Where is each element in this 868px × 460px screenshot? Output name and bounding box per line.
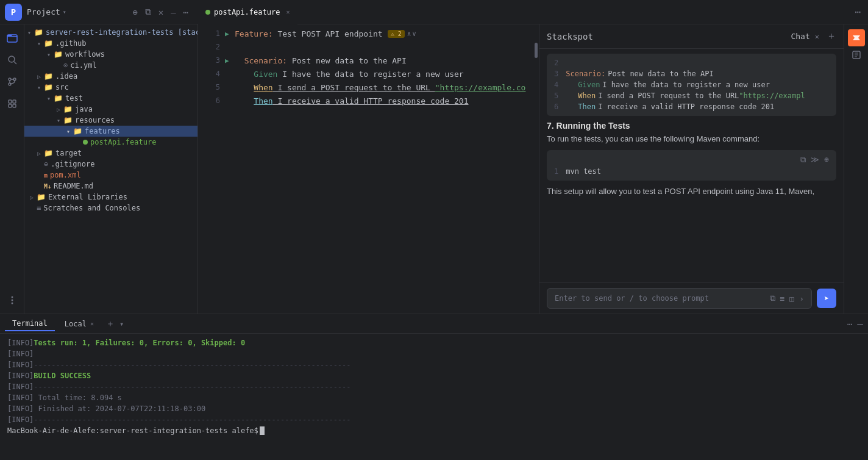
tree-root[interactable]: ▾ 📁 server-rest-integration-tests [stack… — [24, 27, 197, 38]
tree-item-readme[interactable]: ▷ M↓ README.md — [24, 181, 197, 192]
idea-label: .idea — [55, 72, 77, 81]
line-num-5: 5 — [203, 83, 220, 92]
mvn-line-num: 1 — [554, 167, 558, 176]
tree-item-idea[interactable]: ▷ 📁 .idea — [24, 71, 197, 82]
terminal-dropdown[interactable]: ▾ — [119, 320, 124, 328]
test-folder-icon: 📁 — [54, 94, 63, 102]
local-tab-close[interactable]: ✕ — [90, 320, 94, 327]
input-placeholder[interactable]: Enter to send or / to choose prompt — [555, 294, 770, 303]
tree-item-workflows[interactable]: ▾ 📁 workflows — [24, 49, 197, 60]
chat-close-icon[interactable]: ✕ — [815, 32, 819, 41]
github-label: .github — [55, 39, 87, 48]
tree-item-java[interactable]: ▷ 📁 java — [24, 104, 197, 115]
tab-overflow-menu[interactable]: ⋯ — [847, 6, 868, 18]
sidebar-icon-git[interactable] — [4, 73, 21, 90]
input-layers-icon[interactable]: ◫ — [789, 294, 794, 303]
more-icon[interactable]: ⋯ — [183, 7, 188, 17]
scratches-icon: ≡ — [37, 204, 41, 212]
expand-code-icon[interactable]: ≫ — [811, 155, 819, 165]
file-tree-panel: ▾ 📁 server-rest-integration-tests [stack… — [24, 24, 198, 314]
sidebar-icon-folder[interactable] — [4, 29, 21, 46]
feature-dot — [205, 10, 210, 15]
main-content: ▾ 📁 server-rest-integration-tests [stack… — [0, 24, 868, 314]
terminal-tab-local[interactable]: Local ✕ — [57, 317, 101, 331]
tree-item-github[interactable]: ▾ 📁 .github — [24, 38, 197, 49]
warning-badge: ⚠ 2 — [388, 30, 405, 38]
java-label: java — [75, 105, 93, 113]
terminal-minimize-icon[interactable]: — — [857, 318, 863, 329]
tree-item-scratches[interactable]: ▷ ≡ Scratches and Consoles — [24, 203, 197, 214]
sidebar-icon-search[interactable] — [4, 51, 21, 68]
expand-icon[interactable]: ⧉ — [145, 7, 151, 17]
stackspot-brand-icon[interactable] — [848, 29, 865, 46]
fold-arrow[interactable]: ∧ — [407, 30, 411, 38]
chat-tab[interactable]: Chat ✕ — [791, 29, 819, 43]
tree-item-pom[interactable]: ▷ m pom.xml — [24, 170, 197, 181]
tree-item-target[interactable]: ▷ 📁 target — [24, 148, 197, 159]
scratches-label: Scratches and Consoles — [43, 204, 140, 212]
code-text-4: Given I have the data to register a new … — [235, 70, 464, 79]
code-text-5: When I send a POST request to the URL "h… — [235, 83, 525, 92]
terminal-add-tab[interactable]: ＋ — [104, 318, 117, 329]
tree-item-resources[interactable]: ▾ 📁 resources — [24, 115, 197, 126]
terminal-tab-main[interactable]: Terminal — [5, 317, 55, 331]
editor-panel: 1 ▶ Feature: Test POST API endpoint ⚠ 2 … — [198, 24, 539, 314]
terminal-line-3: [INFO] ---------------------------------… — [7, 359, 861, 370]
terminal-line-9: MacBook-Air-de-Alefe:server-rest-integra… — [7, 425, 861, 436]
tree-item-gitignore[interactable]: ▷ ⊖ .gitignore — [24, 159, 197, 170]
right-sidebar-icon-2[interactable] — [848, 46, 865, 63]
code-text-3: Scenario: Post new data to the API — [235, 56, 407, 65]
tree-item-postapi[interactable]: ▷ postApi.feature — [24, 137, 197, 148]
run-btn-3[interactable]: ▶ — [225, 57, 235, 65]
sidebar-icon-plugin[interactable] — [4, 95, 21, 112]
tab-close-icon[interactable]: ✕ — [286, 9, 290, 15]
close-icon[interactable]: ✕ — [158, 7, 163, 17]
expand-arrow[interactable]: ∨ — [412, 30, 416, 38]
project-name[interactable]: Project ▾ — [27, 7, 66, 16]
tree-item-external-libs[interactable]: ▷ 📁 External Libraries — [24, 192, 197, 203]
when-url: "https://exampl — [739, 92, 805, 100]
code-line-3: 3 ▶ Scenario: Post new data to the API — [198, 54, 539, 67]
sync-icon[interactable]: ⊕ — [132, 7, 137, 17]
top-bar-icons: ⊕ ⧉ ✕ — ⋯ — [132, 7, 193, 17]
running-tests-heading: 7. Running the Tests — [547, 121, 836, 131]
target-label: target — [55, 149, 82, 157]
input-list-icon[interactable]: ≡ — [780, 294, 785, 303]
editor-content[interactable]: 1 ▶ Feature: Test POST API endpoint ⚠ 2 … — [198, 24, 539, 314]
line-num-3: 3 — [203, 56, 220, 65]
root-folder-icon: 📁 — [34, 28, 43, 37]
svg-rect-10 — [9, 104, 12, 107]
resources-label: resources — [75, 116, 115, 124]
tab-postapi[interactable]: postApi.feature ✕ — [198, 0, 297, 24]
editor-scrollbar[interactable] — [535, 43, 538, 58]
terminal-line-5: [INFO] ---------------------------------… — [7, 381, 861, 392]
terminal-more-icon[interactable]: ⋯ — [847, 319, 852, 329]
send-button[interactable]: ➤ — [817, 289, 836, 308]
terminal-content[interactable]: [INFO] Tests run: 1, Failures: 0, Errors… — [0, 334, 868, 460]
input-copy-icon[interactable]: ⧉ — [770, 293, 775, 303]
mvn-code-block: ⧉ ≫ ⊕ 1 mvn test — [547, 150, 836, 181]
terminal-tab-icons: ⋯ — — [847, 318, 863, 329]
chat-line-3: 3 Scenario: Post new data to the API — [554, 70, 829, 78]
sidebar-icon-more[interactable] — [4, 292, 21, 309]
line-num-1: 1 — [203, 29, 220, 38]
add-code-icon[interactable]: ⊕ — [824, 155, 829, 165]
given-kw: Given — [578, 81, 600, 89]
tree-item-test[interactable]: ▾ 📁 test — [24, 93, 197, 104]
file-tree: ▾ 📁 server-rest-integration-tests [stack… — [24, 24, 197, 314]
mvn-code-line: 1 mvn test — [554, 167, 829, 176]
minimize-icon[interactable]: — — [171, 7, 176, 17]
copy-icon[interactable]: ⧉ — [800, 155, 806, 165]
footer-text: This setup will allow you to test a POST… — [547, 185, 836, 198]
workflows-folder-icon: 📁 — [54, 50, 63, 59]
run-btn-1[interactable]: ▶ — [225, 30, 235, 38]
sidebar-icons — [0, 24, 24, 314]
tree-item-features[interactable]: ▾ 📁 features — [24, 126, 197, 137]
svg-point-12 — [11, 296, 13, 298]
stackspot-content[interactable]: 2 3 Scenario: Post new data to the API 4… — [539, 49, 844, 282]
input-chevron-icon[interactable]: › — [799, 294, 804, 303]
given-text: I have the data to register a new user — [602, 81, 770, 89]
tree-item-ciyml[interactable]: ▷ ⊙ ci.yml — [24, 60, 197, 71]
chat-add-icon[interactable]: ＋ — [827, 30, 836, 43]
tree-item-src[interactable]: ▾ 📁 src — [24, 82, 197, 93]
